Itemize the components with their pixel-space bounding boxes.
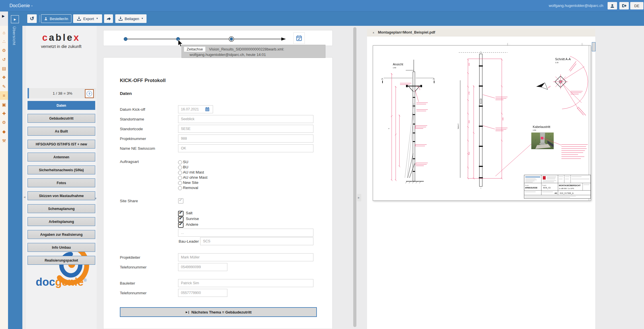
timeline-dot-3[interactable] [230,38,233,40]
title-block: Kunde ARMASUISSE Projekt INTA_X3 MONTAGE… [524,175,591,198]
home-icon[interactable]: ⌂ [0,29,8,37]
timeline-calendar-button[interactable] [293,32,305,44]
history-icon[interactable]: ↺ [0,56,8,64]
montageplan-drawing: Ansicht 1:50 A A [373,43,591,201]
projektleiter-label: Projektleiter [120,255,140,260]
docgenie-logo-text: docgenie® [26,276,97,288]
undo-button[interactable]: ↺ [27,14,37,23]
help-button[interactable]: ? [85,89,94,98]
site-share-checkbox[interactable] [178,198,184,204]
timeline-tooltip: Zeitachse Vision_Results_SID000000000228… [182,45,325,58]
sidebar-item-skizzen[interactable]: Skizzen von Mastaufnahme [28,191,95,200]
bauleiter-input[interactable] [178,279,313,287]
telefonnummer2-input[interactable] [178,289,227,297]
projektnummer-label: Projektnummer [120,137,146,141]
pdf-scrollbar-thumb[interactable] [592,42,596,51]
share-button[interactable] [104,14,113,23]
telefonnummer1-label: Telefonnummer [120,265,147,269]
radio-au-mit-mast[interactable] [178,171,182,175]
logo-letter: x [74,32,80,43]
pdf-panel: ▲ Montageplan=Mont_Beispiel.pdf Ansicht … [367,29,595,329]
sidebar-item-realisierungspacket[interactable]: Realisierungspacket [28,256,95,265]
next-topic-button[interactable]: ►| Nächstes Thema = Gebäudezutritt [120,307,317,317]
svg-text:Kunde: Kunde [525,185,529,186]
sidebar-item-fotos[interactable]: Fotos [28,178,95,187]
sidebar-item-daten[interactable]: Daten [28,101,95,110]
name-ne-input[interactable] [178,144,313,152]
collapse-up-icon[interactable]: ▲ [372,29,375,36]
sidebar-item-gebaeudezutritt[interactable]: Gebäudezutritt [28,114,95,123]
sidebar-item-info-umbau[interactable]: Info Umbau [28,243,95,252]
beilagen-label: Beilagen [125,17,139,21]
section-marker-a-left: A [381,77,383,80]
logo-doc: doc [36,276,55,288]
sunrise-checkbox[interactable] [178,217,184,222]
kabelaustritt-scale: 1:50 [533,129,536,131]
app-title: DocGenie - [9,0,33,11]
paintbrush-icon[interactable]: ✎ [0,83,8,91]
cubes-icon[interactable]: ❖ [0,73,8,81]
projektnummer-input[interactable] [178,135,313,143]
panel-expand-handle[interactable]: ▸ [357,194,361,201]
tag-icon[interactable]: ◆ [0,128,8,136]
telefonnummer1-input[interactable] [178,263,227,271]
sidebar-item-sina[interactable]: Sicherheitsnachweis (SiNa) [28,166,95,174]
calendar-icon[interactable] [205,107,210,112]
next-topic-label: Nächstes Thema = Gebäudezutritt [192,310,252,314]
user-icon [610,4,614,8]
beilagen-button[interactable]: Beilagen ▼ [115,14,147,23]
strip-collapse-icon[interactable]: ▶ [2,14,5,18]
sidebar-item-angaben[interactable]: Angaben zur Realisierung [28,230,95,239]
radio-bu[interactable] [178,166,182,170]
ansicht-label: Ansicht [393,63,403,66]
standortname-input[interactable] [178,115,313,123]
panel-collapse-handle-left[interactable]: ◂ [24,193,26,201]
gears-icon[interactable]: ⚙ [0,46,8,54]
form-title: KICK-OFF Protokoll [120,78,166,83]
logout-button[interactable] [619,2,629,9]
sidebar-item-arbeitsplanung[interactable]: Arbeitsplanung [28,217,95,226]
sidebar-item-as-built[interactable]: As Built [28,127,95,136]
sidebar-item-antennen[interactable]: Antennen [28,153,95,161]
list-icon[interactable]: ≡ [0,91,8,100]
address-book-icon[interactable]: ▣ [0,101,8,109]
besteller-button[interactable]: Besteller/in [41,14,71,23]
vertical-scrollbar[interactable] [353,27,356,327]
pdf-panel-header[interactable]: ▲ Montageplan=Mont_Beispiel.pdf [367,29,595,36]
kabelaustritt-label: Kabelaustritt [533,125,550,129]
radio-au-mit-mast-label: AU mit Mast [183,170,204,174]
sidebar-item-schemaplanung[interactable]: Schemaplanung [28,204,95,213]
download-icon [118,17,123,21]
export-button[interactable]: Export ▼ [73,14,102,23]
salt-checkbox[interactable] [178,211,184,216]
sitemap-icon[interactable]: ∴ [0,38,8,46]
tooltip-user: wolfgang.hugentobler@idparc.ch, heute 14… [190,52,266,57]
standortcode-input[interactable] [178,125,313,133]
expand-arrows-icon[interactable]: ✚ [0,110,8,118]
radio-au-ohne-mast-label: AU ohne Mast [183,175,208,180]
radio-au-ohne-mast[interactable] [178,176,182,180]
titleblock-subtitle: 1x dB-500 / 1x GPS [559,188,574,189]
wrench-icon[interactable]: ⚒ [0,137,8,145]
progress-text: 1 / 38 = 3% [53,91,73,96]
radio-su[interactable] [178,160,182,164]
site-share-label: Site Share [120,199,138,203]
standortcode-label: Standortcode [120,127,143,131]
radio-removal[interactable] [178,186,182,190]
bauleiter-label: Bauleiter [120,281,135,285]
projektleiter-input[interactable] [178,253,313,261]
book-icon[interactable]: ▤ [0,65,8,73]
radio-new-site-label: New Site [183,180,198,185]
sunrise-label: Sunrise [186,217,199,221]
andere-input[interactable] [178,229,313,237]
gear-icon[interactable]: ⚙ [0,118,8,126]
bau-leader-input[interactable] [200,237,313,245]
radio-su-label: SU [183,160,188,164]
andere-checkbox[interactable] [178,222,184,228]
overview-expand-button[interactable]: ▶ [11,15,19,23]
timeline-dot-1[interactable] [124,37,127,41]
user-profile-button[interactable] [608,2,617,9]
sidebar-item-hfso[interactable]: HFSO/APSO IST/HFS IST + new [28,140,95,149]
language-button[interactable]: DE [630,2,643,9]
radio-new-site[interactable] [178,181,182,185]
